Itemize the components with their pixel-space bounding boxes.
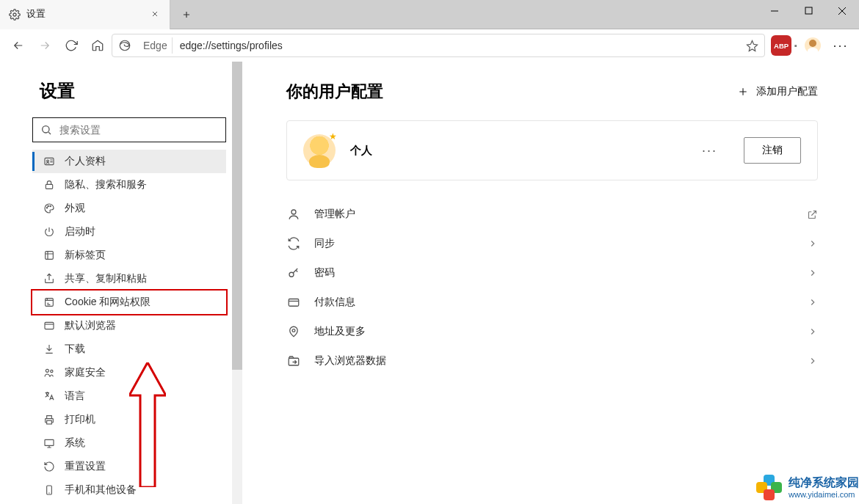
row-label: 导入浏览器数据 [314, 354, 386, 368]
nav-default-browser[interactable]: 默认浏览器 [32, 314, 226, 337]
chevron-right-icon [808, 326, 818, 337]
settings-sidebar: 设置 个人资料 隐私、搜索和服务 外观 启动时 新标签页 共享、复制和粘贴 Co… [0, 62, 242, 504]
profile-card: 个人 ··· 注销 [286, 120, 818, 180]
edge-logo-icon [118, 39, 131, 52]
address-field[interactable]: Edge edge://settings/profiles [112, 34, 765, 57]
svg-point-9 [50, 205, 51, 206]
home-button[interactable] [85, 33, 110, 58]
nav-appearance[interactable]: 外观 [32, 197, 226, 220]
address-url: edge://settings/profiles [180, 40, 283, 51]
power-icon [43, 225, 56, 238]
nav-label: 语言 [65, 390, 85, 403]
nav-label: 手机和其他设备 [65, 483, 137, 497]
svg-point-0 [13, 13, 16, 16]
nav-label: 重置设置 [65, 460, 106, 473]
search-settings[interactable] [32, 117, 226, 142]
tab-strip: 设置 [0, 0, 859, 29]
nav-system[interactable]: 系统 [32, 431, 226, 455]
profile-name: 个人 [350, 144, 372, 158]
nav-label: Cookie 和网站权限 [65, 296, 151, 309]
share-icon [43, 272, 56, 285]
svg-point-14 [51, 370, 53, 372]
nav-label: 个人资料 [65, 155, 106, 168]
reset-icon [43, 460, 56, 473]
row-payment[interactable]: 付款信息 [286, 288, 818, 317]
watermark-text: 纯净系统家园 [789, 476, 859, 489]
forward-button[interactable] [32, 33, 57, 58]
external-link-icon [807, 209, 818, 220]
svg-point-8 [48, 205, 48, 206]
lock-icon [43, 178, 56, 191]
row-sync[interactable]: 同步 [286, 229, 818, 258]
row-label: 密码 [314, 266, 335, 280]
nav-newtab[interactable]: 新标签页 [32, 244, 226, 267]
system-icon [43, 437, 56, 450]
back-button[interactable] [6, 33, 31, 58]
row-manage-account[interactable]: 管理帐户 [286, 200, 818, 229]
more-menu-button[interactable]: ··· [828, 33, 853, 58]
svg-point-3 [43, 126, 49, 133]
chevron-right-icon [808, 268, 818, 278]
nav-cookies[interactable]: Cookie 和网站权限 [32, 291, 226, 314]
nav-printer[interactable]: 打印机 [32, 408, 226, 431]
watermark-url: www.yidaimei.com [789, 490, 859, 500]
address-bar: Edge edge://settings/profiles ABP ▪ ··· [0, 29, 859, 62]
row-label: 同步 [314, 237, 335, 250]
nav-startup[interactable]: 启动时 [32, 220, 226, 244]
nav-label: 外观 [65, 202, 85, 215]
chevron-right-icon [808, 238, 818, 249]
import-icon [286, 354, 301, 368]
download-icon [43, 343, 56, 356]
svg-rect-20 [289, 299, 299, 307]
row-addresses[interactable]: 地址及更多 [286, 317, 818, 346]
nav-reset[interactable]: 重置设置 [32, 455, 226, 478]
sidebar-scrollbar[interactable] [232, 62, 242, 504]
profile-card-icon [43, 155, 56, 168]
family-icon [43, 366, 56, 379]
nav-privacy[interactable]: 隐私、搜索和服务 [32, 173, 226, 197]
svg-rect-15 [47, 420, 52, 424]
plus-icon [737, 86, 749, 98]
nav-label: 启动时 [65, 225, 95, 238]
nav-profile[interactable]: 个人资料 [32, 150, 226, 173]
abp-extension-icon[interactable]: ABP [771, 35, 791, 56]
page-title: 你的用户配置 [286, 81, 383, 103]
nav-downloads[interactable]: 下载 [32, 337, 226, 361]
nav-family[interactable]: 家庭安全 [32, 361, 226, 384]
card-icon [286, 295, 301, 310]
settings-main: 你的用户配置 添加用户配置 个人 ··· 注销 管理帐户 同步 [242, 62, 859, 504]
logout-button[interactable]: 注销 [744, 137, 801, 164]
close-window-button[interactable] [825, 0, 859, 22]
scrollbar-thumb[interactable] [232, 62, 242, 370]
profile-more-button[interactable]: ··· [695, 139, 725, 163]
svg-point-21 [292, 329, 295, 332]
nav-label: 系统 [65, 437, 85, 450]
window-icon [43, 319, 56, 332]
watermark-logo-icon [756, 475, 783, 501]
svg-rect-1 [805, 7, 812, 14]
user-icon [286, 207, 301, 222]
sync-icon [286, 236, 301, 251]
profile-avatar-icon[interactable] [805, 37, 821, 54]
profile-options-list: 管理帐户 同步 密码 付款信息 地址及更多 [286, 200, 818, 376]
favorite-icon[interactable] [746, 40, 758, 52]
close-icon[interactable] [151, 10, 161, 20]
svg-point-13 [46, 369, 48, 372]
minimize-button[interactable] [758, 0, 791, 22]
new-tab-button[interactable] [175, 3, 198, 26]
profile-avatar [303, 134, 336, 167]
search-icon [40, 124, 52, 136]
sidebar-title: 设置 [32, 79, 226, 103]
row-passwords[interactable]: 密码 [286, 258, 818, 288]
nav-language[interactable]: 语言 [32, 384, 226, 408]
nav-devices[interactable]: 手机和其他设备 [32, 478, 226, 502]
search-input[interactable] [59, 124, 218, 136]
chevron-right-icon [808, 297, 818, 307]
svg-point-18 [291, 210, 296, 214]
tab-settings[interactable]: 设置 [0, 0, 170, 29]
nav-share[interactable]: 共享、复制和粘贴 [32, 267, 226, 291]
add-profile-button[interactable]: 添加用户配置 [737, 85, 818, 98]
refresh-button[interactable] [59, 33, 84, 58]
maximize-button[interactable] [791, 0, 825, 22]
row-import[interactable]: 导入浏览器数据 [286, 346, 818, 376]
